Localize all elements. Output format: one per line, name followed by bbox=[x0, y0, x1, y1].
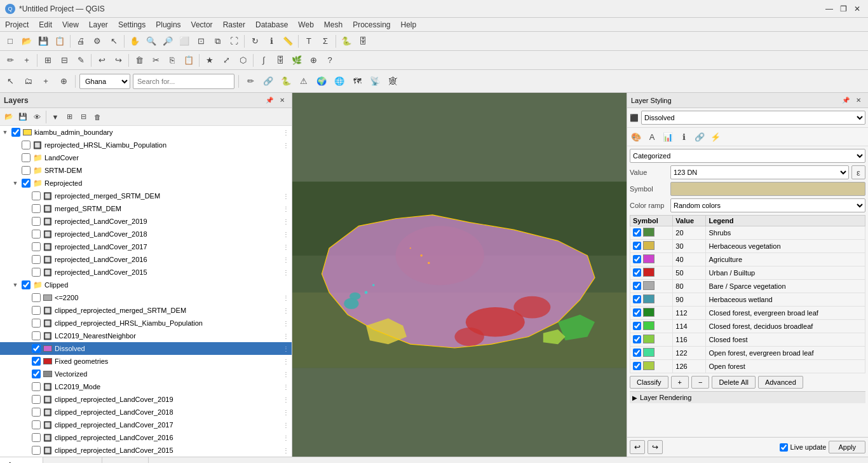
open-attr-button[interactable]: 🗂 bbox=[20, 74, 36, 89]
survey-button[interactable]: 📡 bbox=[367, 74, 383, 89]
layer-item-rep_lc2015[interactable]: 🔲 reprojected_LandCover_2015 ⋮ bbox=[0, 266, 292, 279]
menu-mesh[interactable]: Mesh bbox=[319, 18, 348, 32]
sym-color-80[interactable] bbox=[643, 281, 654, 290]
layer-options[interactable]: ⋮ bbox=[283, 434, 289, 441]
tab-layer-order[interactable]: Layer Order bbox=[43, 457, 102, 464]
layer-cb-lt2200[interactable] bbox=[32, 293, 41, 302]
classify-button[interactable]: Classify bbox=[630, 376, 668, 389]
sym-cb-30[interactable] bbox=[633, 242, 641, 250]
edit-button[interactable]: ✏ bbox=[3, 53, 18, 68]
symbol-row-90[interactable]: 90 Herbaceous wetland bbox=[630, 293, 865, 307]
apply-button[interactable]: Apply bbox=[829, 441, 865, 453]
diagrams-button[interactable]: 📊 bbox=[660, 129, 675, 144]
copy-button[interactable]: ⎘ bbox=[165, 53, 180, 68]
pan-button[interactable]: ✋ bbox=[127, 34, 142, 49]
menu-settings[interactable]: Settings bbox=[113, 18, 151, 32]
layer-options[interactable]: ⋮ bbox=[283, 294, 289, 301]
layer-options[interactable]: ⋮ bbox=[283, 218, 289, 225]
openstreet-button[interactable]: 🌍 bbox=[314, 74, 329, 89]
sym-color-90[interactable] bbox=[643, 294, 654, 303]
save-as-button[interactable]: 📋 bbox=[52, 34, 67, 49]
menu-web[interactable]: Web bbox=[293, 18, 318, 32]
sym-color-50[interactable] bbox=[643, 268, 654, 277]
layer-cb-clip_lc2016[interactable] bbox=[32, 433, 41, 442]
grass-button[interactable]: 🌿 bbox=[289, 53, 304, 68]
layer-item-clipped[interactable]: ▼ 📁 Clipped bbox=[0, 279, 292, 291]
open-project-button[interactable]: 📂 bbox=[19, 34, 34, 49]
layer-cb-clip_lc2015[interactable] bbox=[32, 446, 41, 455]
menu-raster[interactable]: Raster bbox=[218, 18, 250, 32]
zoom-out-button[interactable]: 🔎 bbox=[160, 34, 175, 49]
symbol-row-126[interactable]: 126 Open forest bbox=[630, 360, 865, 373]
python-button[interactable]: 🐍 bbox=[339, 34, 354, 49]
refresh-button[interactable]: ↻ bbox=[247, 34, 262, 49]
menu-project[interactable]: Project bbox=[0, 18, 34, 32]
redo-style-button[interactable]: ↪ bbox=[648, 440, 663, 454]
layer-item-reprojected[interactable]: ▼ 📁 Reprojected bbox=[0, 177, 292, 190]
layer-options[interactable]: ⋮ bbox=[283, 384, 289, 390]
paste-button[interactable]: 📋 bbox=[181, 53, 196, 68]
move-button[interactable]: ⤢ bbox=[219, 53, 234, 68]
layer-cb-clipped[interactable] bbox=[22, 280, 31, 289]
sym-cb-20[interactable] bbox=[633, 228, 641, 237]
toggle-edit-button[interactable]: ✎ bbox=[73, 53, 88, 68]
layer-cb-kiambu[interactable] bbox=[11, 128, 20, 137]
renderer-select[interactable]: Categorized Single symbol Graduated Rule… bbox=[630, 149, 865, 163]
layer-cb-clip_hrsl[interactable] bbox=[32, 319, 41, 328]
layer-item-rep_lc2016[interactable]: 🔲 reprojected_LandCover_2016 ⋮ bbox=[0, 253, 292, 266]
layer-options[interactable]: ⋮ bbox=[283, 396, 289, 403]
symbol-row-80[interactable]: 80 Bare / Sparce vegetation bbox=[630, 280, 865, 293]
layer-item-reprojected_merged_srtm[interactable]: 🔲 reprojected_merged_SRTM_DEM ⋮ bbox=[0, 190, 292, 202]
styling-pin-button[interactable]: 📌 bbox=[840, 95, 851, 106]
layer-cb-landcover[interactable] bbox=[22, 153, 31, 162]
color-ramp-select[interactable]: Random colors bbox=[670, 198, 865, 212]
layer-options[interactable]: ⋮ bbox=[283, 142, 289, 149]
layer-cb-clip_lc2019[interactable] bbox=[32, 395, 41, 404]
sym-cb-50[interactable] bbox=[633, 268, 641, 277]
layer-cb-rep_lc2017[interactable] bbox=[32, 242, 41, 251]
layer-options[interactable]: ⋮ bbox=[283, 371, 289, 378]
layer-options[interactable]: ⋮ bbox=[283, 345, 289, 352]
layer-options[interactable]: ⋮ bbox=[283, 409, 289, 416]
layer-item-reprojected_hrsl[interactable]: 🔲 reprojected_HRSL_Kiambu_Population ⋮ bbox=[0, 139, 292, 151]
select-tool-button[interactable]: ↖ bbox=[3, 74, 18, 89]
openfield-calc-button[interactable]: ∫ bbox=[256, 53, 271, 68]
layer-cb-clip_lc2017[interactable] bbox=[32, 420, 41, 429]
layer-rendering-header[interactable]: ▶ Layer Rendering bbox=[630, 392, 865, 403]
layer-item-vectorized[interactable]: Vectorized ⋮ bbox=[0, 368, 292, 380]
node-edit-button[interactable]: ⬡ bbox=[235, 53, 250, 68]
identify-button[interactable]: ℹ bbox=[264, 34, 279, 49]
layer-item-fixed_geom[interactable]: Fixed geometries ⋮ bbox=[0, 355, 292, 368]
layer-item-rep_lc2017[interactable]: 🔲 reprojected_LandCover_2017 ⋮ bbox=[0, 240, 292, 253]
symbol-row-122[interactable]: 122 Open forest, evergreen broad leaf bbox=[630, 347, 865, 360]
menu-vector[interactable]: Vector bbox=[186, 18, 218, 32]
remove-class-button[interactable]: − bbox=[691, 376, 709, 389]
select-features-button[interactable]: ↖ bbox=[106, 34, 121, 49]
sym-color-112[interactable] bbox=[643, 308, 654, 317]
help-button[interactable]: ? bbox=[322, 53, 337, 68]
sym-color-40[interactable] bbox=[643, 254, 654, 263]
open-layer-button[interactable]: 📂 bbox=[3, 111, 15, 123]
deselect-button[interactable]: ⊟ bbox=[57, 53, 72, 68]
symbol-row-40[interactable]: 40 Agriculture bbox=[630, 253, 865, 266]
layer-options[interactable]: ⋮ bbox=[283, 193, 289, 200]
layer-item-rep_lc2018[interactable]: 🔲 reprojected_LandCover_2018 ⋮ bbox=[0, 228, 292, 240]
add-feature-button[interactable]: ★ bbox=[202, 53, 217, 68]
layer-cb-clip_lc2018[interactable] bbox=[32, 408, 41, 417]
layer-item-lt2200[interactable]: <=2200 ⋮ bbox=[0, 291, 292, 304]
menu-edit[interactable]: Edit bbox=[34, 18, 57, 32]
zoom-loc-button[interactable]: ⊕ bbox=[56, 74, 71, 89]
layer-item-clip_lc2018[interactable]: 🔲 clipped_reprojected_LandCover_2018 ⋮ bbox=[0, 406, 292, 418]
layer-item-clip_lc2017[interactable]: 🔲 clipped_reprojected_LandCover_2017 ⋮ bbox=[0, 418, 292, 431]
map-area[interactable] bbox=[292, 93, 627, 457]
layer-options[interactable]: ⋮ bbox=[283, 129, 289, 136]
sym-color-30[interactable] bbox=[643, 241, 654, 250]
filter-layer-button[interactable]: ▼ bbox=[49, 111, 62, 123]
sym-color-116[interactable] bbox=[643, 335, 654, 343]
layer-options[interactable]: ⋮ bbox=[283, 358, 289, 365]
location-select[interactable]: Ghana bbox=[79, 74, 130, 89]
maximize-button[interactable]: ❐ bbox=[837, 3, 849, 15]
layer-name-select[interactable]: Dissolved bbox=[641, 111, 865, 125]
layer-cb-merged_srtm[interactable] bbox=[32, 204, 41, 213]
add-class-button[interactable]: + bbox=[671, 376, 689, 389]
